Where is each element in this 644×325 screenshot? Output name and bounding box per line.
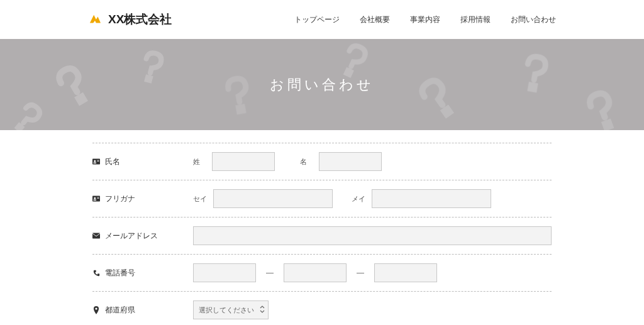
phone-icon: [92, 269, 100, 277]
label-phone-text: 電話番号: [105, 268, 135, 278]
email-field-wrap: [193, 226, 552, 245]
phone-fields: — —: [193, 263, 552, 282]
label-furigana: フリガナ: [92, 194, 193, 204]
furigana-fields: セイ メイ: [193, 189, 552, 208]
sei-sublabel: セイ: [193, 194, 207, 204]
nav-top[interactable]: トップページ: [294, 14, 340, 25]
contact-form: 氏名 姓 名 フリガナ セイ メイ メールアドレス: [86, 143, 558, 325]
last-name-input[interactable]: [212, 152, 275, 171]
phone-sep-1: —: [262, 268, 277, 277]
row-name: 氏名 姓 名: [92, 143, 552, 180]
svg-rect-9: [97, 197, 99, 198]
id-card-icon: [92, 158, 100, 165]
svg-point-2: [94, 160, 96, 162]
logo[interactable]: XX株式会社: [88, 11, 172, 28]
mei-input[interactable]: [372, 189, 491, 208]
svg-rect-8: [94, 200, 97, 201]
row-furigana: フリガナ セイ メイ: [92, 180, 552, 217]
company-name: XX株式会社: [108, 11, 172, 28]
row-email: メールアドレス: [92, 217, 552, 254]
phone-input-1[interactable]: [193, 263, 256, 282]
row-prefecture: 都道府県 選択してください: [92, 291, 552, 325]
label-name: 氏名: [92, 157, 193, 167]
nav-business[interactable]: 事業内容: [410, 14, 440, 25]
nav-contact[interactable]: お問い合わせ: [511, 14, 556, 25]
label-name-text: 氏名: [105, 157, 120, 167]
email-input[interactable]: [193, 226, 552, 245]
svg-rect-5: [97, 161, 99, 162]
svg-rect-4: [97, 160, 99, 161]
svg-rect-3: [94, 163, 97, 164]
id-card-icon: [92, 195, 100, 202]
label-furigana-text: フリガナ: [105, 194, 135, 204]
mei-sublabel: メイ: [352, 194, 365, 204]
prefecture-field-wrap: 選択してください: [193, 300, 552, 319]
main-nav: トップページ 会社概要 事業内容 採用情報 お問い合わせ: [294, 14, 556, 25]
site-header: XX株式会社 トップページ 会社概要 事業内容 採用情報 お問い合わせ: [0, 0, 644, 39]
phone-input-2[interactable]: [284, 263, 347, 282]
phone-sep-2: —: [353, 268, 368, 277]
last-name-sublabel: 姓: [193, 157, 206, 167]
row-phone: 電話番号 — —: [92, 254, 552, 291]
sei-input[interactable]: [213, 189, 333, 208]
name-fields: 姓 名: [193, 152, 552, 171]
label-email-text: メールアドレス: [105, 231, 158, 241]
phone-input-3[interactable]: [374, 263, 437, 282]
nav-careers[interactable]: 採用情報: [460, 14, 491, 25]
first-name-sublabel: 名: [300, 157, 313, 167]
logo-icon: [88, 14, 102, 25]
label-prefecture: 都道府県: [92, 305, 193, 316]
svg-rect-10: [97, 198, 99, 199]
nav-about[interactable]: 会社概要: [360, 14, 390, 25]
label-email: メールアドレス: [92, 231, 193, 241]
svg-rect-11: [92, 233, 100, 239]
hero-banner: お問い合わせ: [0, 39, 644, 130]
prefecture-select[interactable]: 選択してください: [193, 300, 269, 319]
svg-point-12: [95, 307, 97, 309]
page-title: お問い合わせ: [270, 75, 374, 94]
svg-point-7: [94, 197, 96, 199]
label-prefecture-text: 都道府県: [105, 305, 135, 316]
map-pin-icon: [92, 306, 100, 314]
envelope-icon: [92, 232, 100, 240]
label-phone: 電話番号: [92, 268, 193, 278]
first-name-input[interactable]: [319, 152, 382, 171]
